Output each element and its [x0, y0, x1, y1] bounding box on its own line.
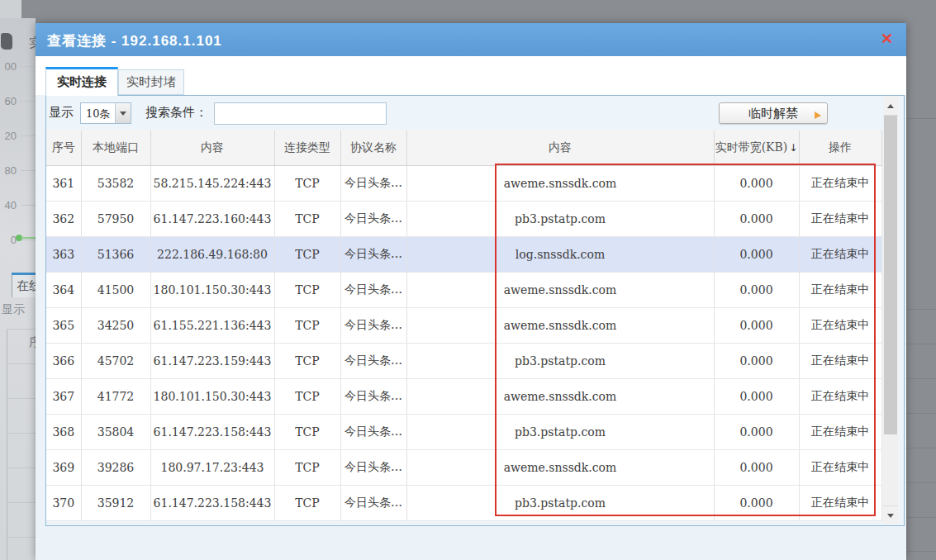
chevron-down-icon: [887, 514, 894, 518]
column-header[interactable]: 实时带宽(KB)↓: [714, 131, 799, 165]
dialog-title: 查看连接 - 192.168.1.101: [47, 31, 222, 50]
table-row[interactable]: 3683580461.147.223.158:443TCP今日头条…pb3.ps…: [46, 414, 881, 449]
connections-table: 序号本地端口内容连接类型协议名称内容实时带宽(KB)↓操作 3615358258…: [46, 131, 882, 521]
cell-protocol: 今日头条…: [340, 201, 406, 236]
cell-domain: aweme.snssdk.com: [406, 272, 714, 307]
cell-no: 370: [46, 485, 81, 520]
cell-type: TCP: [274, 343, 340, 378]
gridline: [21, 240, 36, 240]
table-row[interactable]: 3625795061.147.223.160:443TCP今日头条…pb3.ps…: [46, 201, 881, 236]
chevron-up-icon: [887, 104, 894, 108]
button-corner-arrow-icon: [815, 112, 821, 119]
table-row[interactable]: 36351366222.186.49.168:80TCP今日头条…log.sns…: [46, 236, 881, 272]
search-input[interactable]: [214, 102, 387, 125]
column-header: 操作: [799, 131, 881, 165]
cell-bandwidth: 0.000: [714, 201, 799, 236]
cell-domain: log.snssdk.com: [406, 236, 714, 272]
column-header: 内容: [150, 131, 274, 165]
background-row-line: [906, 482, 936, 483]
scrollbar-thumb[interactable]: [884, 116, 897, 434]
tab-realtime-blocking[interactable]: 实时封堵: [118, 69, 184, 95]
column-header: 本地端口: [81, 131, 150, 165]
cell-no: 363: [46, 236, 81, 272]
select-dropdown-button[interactable]: [115, 103, 131, 123]
background-top-tab-text: 实: [29, 35, 36, 52]
column-header: 序号: [46, 131, 81, 165]
cell-content: 180.101.150.30:443: [150, 378, 274, 414]
cell-no: 361: [46, 165, 81, 201]
tab-realtime-connections[interactable]: 实时连接: [45, 67, 118, 96]
background-row-line: [7, 363, 36, 364]
axis-tick-label: 40: [0, 199, 17, 211]
background-tab-label: 在线: [17, 278, 36, 294]
background-row-line: [906, 378, 936, 379]
cell-type: TCP: [274, 378, 340, 414]
cell-content: 58.215.145.224:443: [150, 165, 274, 201]
background-row-line: [906, 551, 936, 552]
cell-protocol: 今日头条…: [340, 165, 406, 201]
table-row[interactable]: 3653425061.155.221.136:443TCP今日头条…aweme.…: [46, 307, 881, 343]
cell-protocol: 今日头条…: [340, 449, 406, 485]
column-header: 连接类型: [274, 131, 340, 165]
temporary-unban-label: 临时解禁: [748, 106, 798, 121]
page-size-select[interactable]: 10条: [80, 102, 131, 124]
cell-action: 正在结束中: [799, 485, 881, 520]
background-display-label: 显示: [2, 302, 25, 317]
cell-action: 正在结束中: [799, 307, 881, 343]
background-row-line: [906, 118, 936, 119]
table-row[interactable]: 3664570261.147.223.159:443TCP今日头条…pb3.ps…: [46, 343, 881, 378]
axis-tick-label: 0: [0, 234, 17, 246]
table-row[interactable]: 3615358258.215.145.224:443TCP今日头条…aweme.…: [46, 165, 881, 201]
cell-protocol: 今日头条…: [340, 414, 406, 449]
cell-type: TCP: [274, 165, 340, 201]
cell-bandwidth: 0.000: [714, 414, 799, 449]
cell-content: 180.101.150.30:443: [150, 272, 274, 307]
background-table-header-text: 序: [29, 335, 36, 350]
cell-domain: pb3.pstatp.com: [406, 485, 714, 520]
cell-no: 367: [46, 378, 81, 414]
connections-panel: 显示 10条 搜索条件： 临时解禁 序号本地端口内容连接类型协议名称内容实时带宽…: [45, 95, 905, 526]
close-icon[interactable]: ✕: [881, 31, 893, 47]
table-scrollbar[interactable]: [883, 97, 898, 524]
cell-action: 正在结束中: [799, 201, 881, 236]
cell-action: 正在结束中: [799, 236, 881, 272]
axis-tick-label: 80: [0, 164, 17, 177]
gridline: [21, 101, 36, 102]
cell-action: 正在结束中: [799, 343, 881, 378]
cell-protocol: 今日头条…: [340, 307, 406, 343]
cell-action: 正在结束中: [799, 378, 881, 414]
scroll-up-button[interactable]: [883, 97, 898, 116]
axis-tick-label: 00: [0, 60, 17, 73]
temporary-unban-button[interactable]: 临时解禁: [719, 102, 828, 124]
table-row[interactable]: 36441500180.101.150.30:443TCP今日头条…aweme.…: [46, 272, 881, 307]
cell-type: TCP: [274, 236, 340, 272]
background-row-line: [906, 517, 936, 518]
cell-domain: pb3.pstatp.com: [406, 414, 714, 449]
search-label: 搜索条件：: [145, 105, 207, 121]
table-row[interactable]: 3703591261.147.223.158:443TCP今日头条…pb3.ps…: [46, 485, 881, 520]
display-label: 显示: [49, 105, 74, 121]
background-row-line: [7, 433, 36, 434]
cell-action: 正在结束中: [799, 165, 881, 201]
cell-type: TCP: [274, 414, 340, 449]
background-row-line: [7, 502, 36, 503]
cell-port: 41772: [81, 378, 150, 414]
cell-no: 364: [46, 272, 81, 307]
cell-content: 180.97.17.23:443: [150, 449, 274, 485]
table-header-row: 序号本地端口内容连接类型协议名称内容实时带宽(KB)↓操作: [46, 131, 881, 165]
cell-no: 362: [46, 201, 81, 236]
cell-bandwidth: 0.000: [714, 378, 799, 414]
cell-bandwidth: 0.000: [714, 307, 799, 343]
cell-port: 53582: [81, 165, 150, 201]
cell-port: 39286: [81, 449, 150, 485]
cell-action: 正在结束中: [799, 449, 881, 485]
cell-bandwidth: 0.000: [714, 343, 799, 378]
cell-type: TCP: [274, 307, 340, 343]
cell-type: TCP: [274, 272, 340, 307]
axis-tick-label: 20: [0, 130, 17, 142]
table-row[interactable]: 36741772180.101.150.30:443TCP今日头条…aweme.…: [46, 378, 881, 414]
scroll-down-button[interactable]: [883, 505, 898, 524]
table-row[interactable]: 36939286180.97.17.23:443TCP今日头条…aweme.sn…: [46, 449, 881, 485]
cell-type: TCP: [274, 449, 340, 485]
background-row-line: [7, 467, 36, 468]
